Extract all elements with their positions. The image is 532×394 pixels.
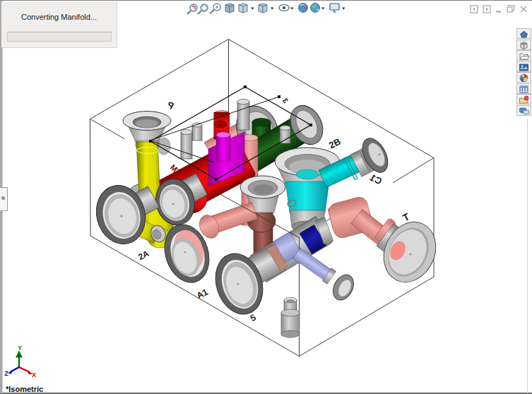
svg-text:Z: Z bbox=[4, 370, 8, 377]
svg-text:2B: 2B bbox=[327, 136, 343, 151]
svg-text:P: P bbox=[165, 99, 175, 111]
svg-text:✳: ✳ bbox=[218, 124, 223, 126]
svg-text:A1: A1 bbox=[195, 287, 210, 302]
svg-text:2A: 2A bbox=[136, 249, 150, 263]
svg-text:5: 5 bbox=[249, 313, 258, 324]
svg-text:Y: Y bbox=[18, 345, 22, 352]
svg-text:X: X bbox=[32, 371, 36, 378]
svg-text:3: 3 bbox=[280, 96, 290, 105]
svg-text:C1: C1 bbox=[368, 172, 384, 187]
svg-text:T: T bbox=[401, 210, 411, 223]
